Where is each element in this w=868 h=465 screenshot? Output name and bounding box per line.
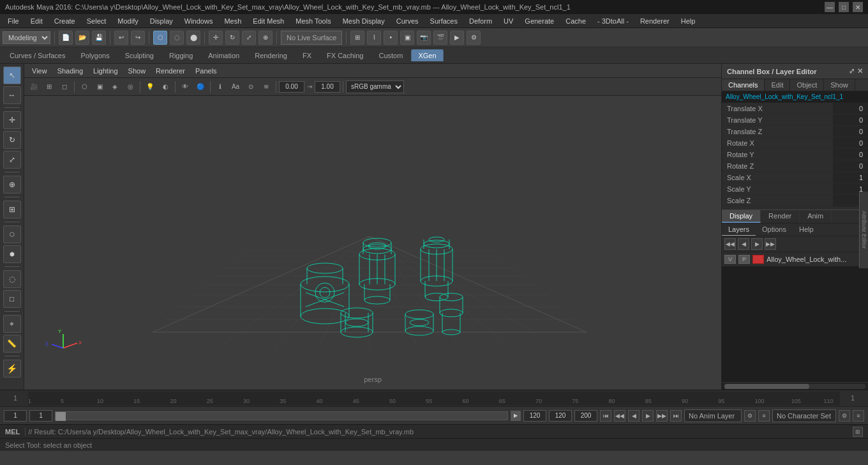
- tab-rigging[interactable]: Rigging: [162, 49, 200, 61]
- minimize-button[interactable]: —: [825, 2, 835, 12]
- tab-curves-surfaces[interactable]: Curves / Surfaces: [3, 49, 72, 61]
- vpt-wire-on-shaded-btn[interactable]: ◈: [108, 80, 122, 94]
- move-tool-btn[interactable]: ✛: [3, 111, 21, 129]
- menu-mesh[interactable]: Mesh: [219, 16, 246, 26]
- range-thumb[interactable]: [56, 412, 66, 421]
- menu-help[interactable]: Help: [676, 16, 701, 26]
- open-btn[interactable]: 📂: [75, 31, 89, 45]
- snap-grid-btn[interactable]: ⊞: [350, 31, 364, 45]
- cb-tab-channels[interactable]: Channels: [722, 79, 765, 91]
- timeline-ruler[interactable]: 1 5 10 15 20 25 30 35 40 45 50 55 60 65 …: [28, 392, 840, 406]
- vpt-xray-btn[interactable]: ◎: [123, 80, 137, 94]
- snap-together-btn[interactable]: ⌖: [3, 315, 21, 333]
- menu-curves[interactable]: Curves: [391, 16, 424, 26]
- vp-menu-renderer[interactable]: Renderer: [152, 66, 189, 76]
- vpt-light-btn[interactable]: 💡: [143, 80, 157, 94]
- char-set-settings-btn[interactable]: ⚙: [839, 410, 850, 422]
- zoom-input[interactable]: [315, 81, 340, 93]
- ipr-btn[interactable]: ▶: [450, 31, 464, 45]
- fps-input[interactable]: [574, 410, 597, 422]
- cb-tab-show[interactable]: Show: [824, 79, 855, 91]
- channel-translate-x[interactable]: Translate X 0: [722, 103, 868, 114]
- channel-translate-z[interactable]: Translate Z 0: [722, 126, 868, 137]
- cb-tab-edit[interactable]: Edit: [765, 79, 790, 91]
- select-obj-btn[interactable]: ↖: [3, 66, 21, 84]
- paint-blend-btn[interactable]: ⬢: [3, 245, 21, 263]
- menu-mesh-display[interactable]: Mesh Display: [338, 16, 390, 26]
- menu-mesh-tools[interactable]: Mesh Tools: [290, 16, 336, 26]
- vpt-wireframe-btn[interactable]: ◻: [57, 80, 71, 94]
- tab-polygons[interactable]: Polygons: [73, 49, 116, 61]
- vpt-show-all-btn[interactable]: 👁: [178, 80, 192, 94]
- play-btn[interactable]: ▶: [642, 410, 654, 422]
- channel-rotate-y[interactable]: Rotate Y 0: [722, 149, 868, 160]
- prev-key-btn[interactable]: ◀◀: [614, 410, 625, 422]
- right-panel-hscrollbar[interactable]: [722, 382, 868, 390]
- scale-btn[interactable]: ⤢: [242, 31, 256, 45]
- max-frame-input[interactable]: [549, 410, 572, 422]
- vp-menu-shading[interactable]: Shading: [54, 66, 87, 76]
- vpt-flat-btn[interactable]: ▣: [93, 80, 107, 94]
- anim-layer-settings-btn[interactable]: ⚙: [744, 410, 756, 422]
- current-frame-input[interactable]: [4, 410, 27, 422]
- fov-input[interactable]: [279, 81, 304, 93]
- scale-tool-btn[interactable]: ⤢: [3, 151, 21, 169]
- maximize-button[interactable]: □: [839, 2, 849, 12]
- menu-deform[interactable]: Deform: [464, 16, 497, 26]
- menu-modify[interactable]: Modify: [112, 16, 143, 26]
- tab-custom[interactable]: Custom: [372, 49, 410, 61]
- new-scene-btn[interactable]: 📄: [59, 31, 73, 45]
- render-settings-btn[interactable]: ⚙: [467, 31, 481, 45]
- menu-surfaces[interactable]: Surfaces: [425, 16, 463, 26]
- timeline-range-slider[interactable]: [55, 411, 508, 420]
- vpt-motion-blur-btn[interactable]: ≋: [259, 80, 273, 94]
- range-end-marker[interactable]: ▶: [511, 411, 521, 421]
- attribute-editor-tab[interactable]: Attribute Editor: [859, 192, 868, 268]
- dt-tab-render[interactable]: Render: [761, 210, 800, 223]
- lt-tab-options[interactable]: Options: [756, 224, 793, 236]
- vpt-smooth-btn[interactable]: ⬡: [77, 80, 91, 94]
- camera-btn[interactable]: 📷: [417, 31, 431, 45]
- char-set-options-btn[interactable]: ≡: [853, 410, 864, 422]
- cb-tab-object[interactable]: Object: [790, 79, 824, 91]
- select-component-btn[interactable]: ↔: [3, 86, 21, 104]
- tab-rendering[interactable]: Rendering: [248, 49, 294, 61]
- channel-visibility[interactable]: Visibility on: [722, 206, 868, 207]
- layer-color-swatch[interactable]: [752, 255, 764, 264]
- menu-cache[interactable]: Cache: [560, 16, 591, 26]
- go-end-btn[interactable]: ⏭: [670, 410, 682, 422]
- layer-visibility-toggle[interactable]: V: [724, 255, 736, 264]
- tab-sculpting[interactable]: Sculpting: [118, 49, 161, 61]
- rect-select-btn[interactable]: □: [3, 290, 21, 308]
- render-btn[interactable]: 🎬: [433, 31, 447, 45]
- menu-edit-mesh[interactable]: Edit Mesh: [248, 16, 289, 26]
- workspace-selector[interactable]: Modeling: [3, 31, 50, 44]
- tab-xgen[interactable]: XGen: [411, 49, 443, 61]
- rotate-tool-btn[interactable]: ↻: [3, 131, 21, 149]
- menu-create[interactable]: Create: [49, 16, 80, 26]
- prev-frame-btn[interactable]: ◀: [628, 410, 640, 422]
- vpt-camera-btn[interactable]: 🎥: [27, 80, 41, 94]
- select-tool-btn[interactable]: ⬡: [153, 31, 167, 45]
- menu-generate[interactable]: Generate: [520, 16, 559, 26]
- dt-tab-display[interactable]: Display: [722, 210, 761, 223]
- layer-prev-prev-btn[interactable]: ◀◀: [724, 238, 736, 250]
- tab-fx[interactable]: FX: [296, 49, 318, 61]
- channel-scale-y[interactable]: Scale Y 1: [722, 183, 868, 195]
- channel-scale-x[interactable]: Scale X 1: [722, 172, 868, 183]
- snap-surface-btn[interactable]: ▣: [400, 31, 414, 45]
- timeline[interactable]: 1 1 5 10 15 20 25 30 35 40 45 50 55 60 6…: [0, 390, 868, 406]
- undo-btn[interactable]: ↩: [114, 31, 128, 45]
- rotate-btn[interactable]: ↻: [225, 31, 239, 45]
- paint-skin-btn[interactable]: ⬡: [3, 225, 21, 243]
- channel-rotate-x[interactable]: Rotate X 0: [722, 137, 868, 149]
- menu-select[interactable]: Select: [82, 16, 112, 26]
- redo-btn[interactable]: ↪: [131, 31, 145, 45]
- vp-menu-show[interactable]: Show: [124, 66, 150, 76]
- close-button[interactable]: ✕: [853, 2, 863, 12]
- channel-box-close-btn[interactable]: ✕: [857, 67, 863, 75]
- dt-tab-anim[interactable]: Anim: [800, 210, 832, 223]
- layer-playback-toggle[interactable]: P: [738, 255, 750, 264]
- layer-prev-btn[interactable]: ◀: [738, 238, 749, 250]
- vp-menu-view[interactable]: View: [28, 66, 51, 76]
